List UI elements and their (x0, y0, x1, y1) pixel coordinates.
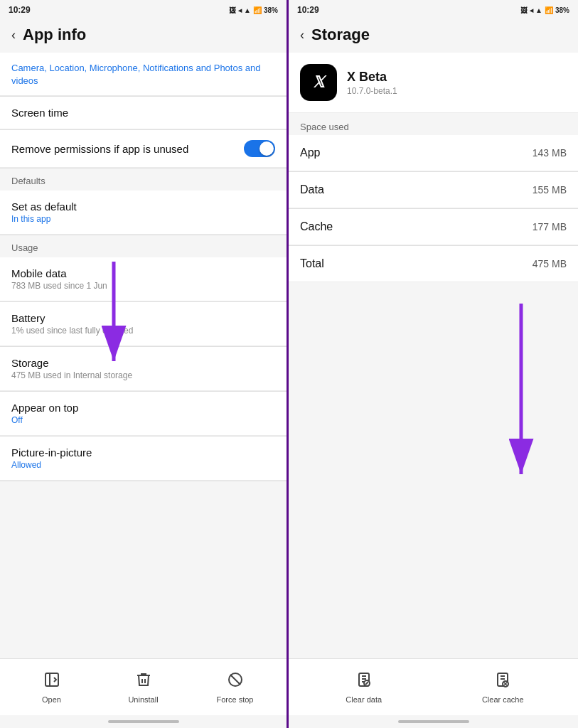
status-icons-right: 🖼 ◂ ▲ 📶 38% (520, 6, 569, 14)
photo-icon-r: 🖼 (520, 6, 528, 14)
bottom-nav-left: Open Uninstall Force stop (0, 658, 287, 715)
uninstall-nav-item[interactable]: Uninstall (97, 671, 189, 704)
open-icon (43, 671, 60, 692)
storage-row-cache: Cache 177 MB (289, 209, 578, 245)
app-name: X Beta (347, 70, 397, 85)
right-scroll-content: 𝕏 X Beta 10.7.0-beta.1 Space used App 14… (289, 53, 578, 658)
storage-value-data: 155 MB (532, 184, 567, 196)
set-as-default-item[interactable]: Set as default In this app (0, 191, 287, 235)
page-header-left: ‹ App info (0, 20, 287, 53)
time-right: 10:29 (297, 5, 319, 15)
force-stop-nav-item[interactable]: Force stop (189, 671, 281, 704)
wifi-icon: ▲ (244, 6, 251, 14)
right-spacer (289, 282, 578, 496)
app-icon: 𝕏 (300, 64, 337, 101)
app-details: X Beta 10.7.0-beta.1 (347, 70, 397, 96)
appear-on-top-subtitle: Off (11, 415, 78, 425)
storage-subtitle: 475 MB used in Internal storage (11, 370, 132, 380)
back-button-right[interactable]: ‹ (300, 28, 304, 43)
uninstall-icon (135, 671, 152, 692)
signal-icon-r: 📶 (545, 6, 553, 14)
permissions-link-item[interactable]: Camera, Location, Microphone, Notificati… (0, 53, 287, 96)
storage-row-total: Total 475 MB (289, 246, 578, 282)
storage-label-cache: Cache (300, 220, 333, 233)
clear-data-label: Clear data (346, 695, 382, 704)
x-logo: 𝕏 (312, 73, 325, 92)
svg-line-4 (230, 674, 240, 684)
page-title-left: App info (23, 26, 86, 44)
right-panel: 10:29 🖼 ◂ ▲ 📶 38% ‹ Storage 𝕏 X Beta 10.… (289, 0, 578, 728)
battery-right: 38% (555, 6, 569, 14)
clear-data-icon (355, 671, 373, 692)
home-bar-left (0, 715, 287, 728)
set-as-default-title: Set as default (11, 200, 77, 213)
page-header-right: ‹ Storage (289, 20, 578, 53)
battery-left: 38% (264, 6, 278, 14)
set-as-default-subtitle: In this app (11, 214, 77, 224)
battery-title: Battery (11, 312, 133, 324)
app-info-card: 𝕏 X Beta 10.7.0-beta.1 (289, 53, 578, 113)
pip-item[interactable]: Picture-in-picture Allowed (0, 437, 287, 481)
appear-on-top-title: Appear on top (11, 402, 78, 414)
remove-permissions-item[interactable]: Remove permissions if app is unused (0, 130, 287, 168)
back-button-left[interactable]: ‹ (11, 28, 16, 43)
force-stop-icon (227, 671, 244, 692)
remove-permissions-toggle[interactable] (244, 140, 275, 157)
remove-permissions-toggle-container[interactable] (244, 140, 275, 157)
storage-row-data: Data 155 MB (289, 172, 578, 208)
mobile-data-subtitle: 783 MB used since 1 Jun (11, 281, 107, 291)
appear-on-top-item[interactable]: Appear on top Off (0, 392, 287, 436)
home-bar-right (289, 715, 578, 728)
space-used-header: Space used (289, 113, 578, 135)
page-title-right: Storage (311, 26, 370, 44)
defaults-header: Defaults (0, 168, 287, 191)
purple-arrow-right (478, 296, 535, 481)
screen-time-item[interactable]: Screen time (0, 97, 287, 129)
battery-subtitle: 1% used since last fully charged (11, 326, 133, 336)
storage-value-app: 143 MB (532, 147, 567, 159)
clear-cache-label: Clear cache (482, 695, 524, 704)
wifi-icon-r: ▲ (535, 6, 542, 14)
open-nav-item[interactable]: Open (6, 671, 97, 704)
left-scroll-content: Camera, Location, Microphone, Notificati… (0, 53, 287, 658)
remove-permissions-title: Remove permissions if app is unused (11, 143, 235, 155)
uninstall-label: Uninstall (128, 695, 158, 704)
usage-header: Usage (0, 235, 287, 257)
storage-label-total: Total (300, 257, 324, 270)
storage-value-total: 475 MB (532, 258, 567, 269)
mobile-data-title: Mobile data (11, 267, 107, 279)
divider-9 (0, 481, 287, 481)
location-icon: ◂ (238, 6, 242, 14)
photo-icon: 🖼 (229, 6, 236, 14)
clear-cache-icon (494, 671, 511, 692)
status-bar-right: 10:29 🖼 ◂ ▲ 📶 38% (289, 0, 578, 20)
battery-item[interactable]: Battery 1% used since last fully charged (0, 302, 287, 346)
permissions-link-text[interactable]: Camera, Location, Microphone, Notificati… (11, 63, 260, 86)
clear-data-nav-item[interactable]: Clear data (294, 671, 434, 704)
time-left: 10:29 (9, 5, 31, 15)
mobile-data-item[interactable]: Mobile data 783 MB used since 1 Jun (0, 257, 287, 301)
pip-title: Picture-in-picture (11, 446, 92, 459)
storage-label-app: App (300, 146, 320, 159)
open-label: Open (42, 695, 61, 704)
clear-cache-nav-item[interactable]: Clear cache (434, 671, 573, 704)
left-panel: 10:29 🖼 ◂ ▲ 📶 38% ‹ App info Camera, Loc… (0, 0, 289, 728)
storage-item-wrapper: Storage 475 MB used in Internal storage (0, 347, 287, 391)
status-bar-left: 10:29 🖼 ◂ ▲ 📶 38% (0, 0, 287, 20)
storage-item[interactable]: Storage 475 MB used in Internal storage (0, 347, 287, 391)
force-stop-label: Force stop (217, 695, 254, 704)
status-icons-left: 🖼 ◂ ▲ 📶 38% (229, 6, 278, 14)
pip-subtitle: Allowed (11, 460, 92, 470)
signal-icon: 📶 (253, 6, 262, 14)
app-version: 10.7.0-beta.1 (347, 86, 397, 96)
storage-title: Storage (11, 357, 132, 369)
screen-time-title: Screen time (11, 107, 68, 119)
home-indicator-left (108, 720, 179, 723)
storage-value-cache: 177 MB (532, 221, 567, 232)
storage-label-data: Data (300, 183, 324, 196)
storage-row-app: App 143 MB (289, 135, 578, 171)
home-indicator-right (398, 720, 469, 723)
bottom-nav-right: Clear data Clear cache (289, 658, 578, 715)
location-icon-r: ◂ (530, 6, 533, 14)
